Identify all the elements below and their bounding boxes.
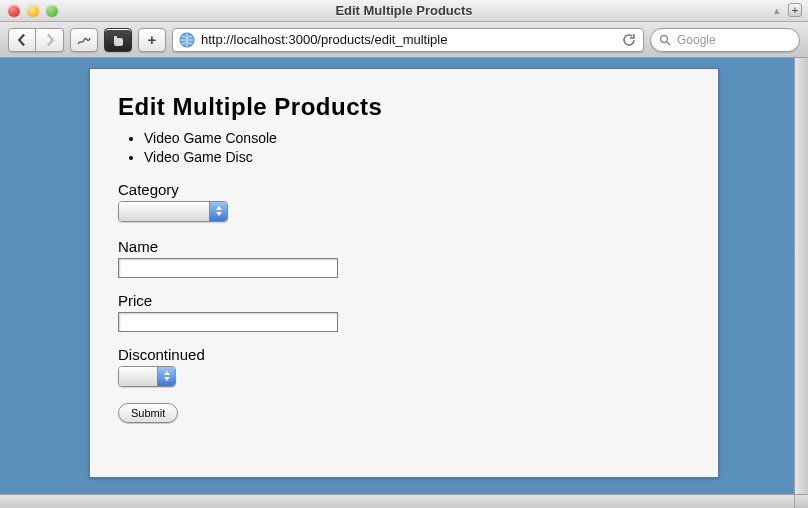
list-item: Video Game Disc — [144, 148, 690, 167]
list-item: Video Game Console — [144, 129, 690, 148]
back-button[interactable] — [8, 28, 36, 52]
url-text: http://localhost:3000/products/edit_mult… — [201, 32, 615, 47]
select-value — [119, 202, 209, 221]
price-field: Price — [118, 292, 690, 332]
title-bar: Edit Multiple Products ▴ + — [0, 0, 808, 22]
chevron-right-icon — [43, 33, 57, 47]
category-select[interactable] — [118, 201, 228, 222]
minimize-icon[interactable] — [27, 5, 39, 17]
category-label: Category — [118, 181, 690, 198]
page-content: Edit Multiple Products Video Game Consol… — [89, 68, 719, 478]
chevron-updown-icon — [157, 367, 175, 386]
price-input[interactable] — [118, 312, 338, 332]
reader-button[interactable] — [70, 28, 98, 52]
vertical-scrollbar[interactable] — [794, 58, 808, 494]
add-bookmark-button[interactable]: + — [138, 28, 166, 52]
price-label: Price — [118, 292, 690, 309]
name-input[interactable] — [118, 258, 338, 278]
chevron-left-icon — [15, 33, 29, 47]
product-list: Video Game Console Video Game Disc — [144, 129, 690, 167]
discontinued-select[interactable] — [118, 366, 176, 387]
toolbar: + http://localhost:3000/products/edit_mu… — [0, 22, 808, 58]
discontinued-label: Discontinued — [118, 346, 690, 363]
new-tab-button[interactable]: + — [788, 3, 802, 17]
name-field: Name — [118, 238, 690, 278]
globe-icon — [179, 32, 195, 48]
submit-button[interactable]: Submit — [118, 403, 178, 423]
search-placeholder: Google — [677, 33, 716, 47]
name-label: Name — [118, 238, 690, 255]
reload-icon[interactable] — [621, 32, 637, 48]
traffic-lights — [8, 5, 58, 17]
tab-overflow-icon: ▴ — [770, 3, 784, 17]
horizontal-scrollbar[interactable] — [0, 494, 794, 508]
discontinued-field: Discontinued — [118, 346, 690, 389]
squiggle-icon — [77, 33, 91, 47]
browser-window: Edit Multiple Products ▴ + + http:// — [0, 0, 808, 508]
address-bar[interactable]: http://localhost:3000/products/edit_mult… — [172, 28, 644, 52]
close-icon[interactable] — [8, 5, 20, 17]
resize-grip[interactable] — [794, 494, 808, 508]
chevron-updown-icon — [209, 202, 227, 221]
elephant-icon — [111, 33, 125, 47]
zoom-icon[interactable] — [46, 5, 58, 17]
search-icon — [659, 34, 671, 46]
category-field: Category — [118, 181, 690, 224]
evernote-button[interactable] — [104, 28, 132, 52]
viewport: Edit Multiple Products Video Game Consol… — [0, 58, 808, 508]
search-field[interactable]: Google — [650, 28, 800, 52]
page-heading: Edit Multiple Products — [118, 93, 690, 121]
svg-point-1 — [661, 35, 668, 42]
submit-row: Submit — [118, 403, 690, 423]
nav-buttons — [8, 28, 64, 52]
forward-button[interactable] — [36, 28, 64, 52]
window-title: Edit Multiple Products — [335, 3, 472, 18]
plus-icon: + — [148, 32, 157, 47]
select-value — [119, 367, 157, 386]
